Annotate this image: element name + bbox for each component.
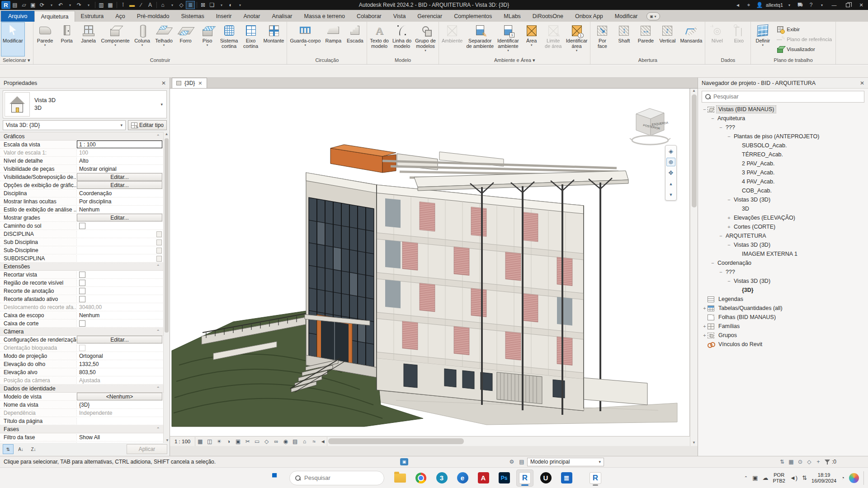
ribbon-button[interactable]: Forro: [175, 22, 197, 56]
close-button[interactable]: ✕: [854, 0, 868, 10]
property-row[interactable]: Orientação bloqueada: [0, 344, 164, 352]
scrollbar-thumb[interactable]: [692, 94, 697, 207]
edge-icon[interactable]: e: [454, 469, 471, 487]
ribbon-button[interactable]: Identificar área ▾: [564, 22, 590, 56]
chrome-icon[interactable]: [412, 469, 429, 487]
analytical-model-icon[interactable]: ⌂: [300, 437, 309, 446]
drawing-canvas[interactable]: POSTERIOR ESQUERDA ◈ ⊕ ✥ ▲ ▼ 1 : 100 ▦◫☀…: [170, 89, 690, 446]
divider[interactable]: [195, 1, 198, 9]
divider[interactable]: [115, 1, 118, 9]
crop-view-icon[interactable]: ✂: [243, 437, 252, 446]
property-value[interactable]: 1332,50: [77, 360, 164, 368]
unlocked-3d-view-icon[interactable]: ◇: [262, 437, 271, 446]
word-icon[interactable]: ≣: [558, 469, 575, 487]
property-row[interactable]: DISCIPLINA: [0, 230, 164, 238]
worksets-icon[interactable]: ⚙: [507, 458, 516, 466]
file-explorer-icon[interactable]: [392, 469, 409, 487]
sort-descending-button[interactable]: Z↓: [28, 444, 39, 454]
property-value[interactable]: 30480,00: [77, 303, 164, 311]
tree-item[interactable]: 4 PAV_Acab.: [698, 177, 868, 186]
property-value[interactable]: Editar...: [77, 181, 162, 189]
property-value[interactable]: [77, 222, 164, 230]
ribbon-button[interactable]: Texto do modelo: [368, 22, 391, 56]
tree-item[interactable]: − Plantas de piso (ANTEPROJETO): [698, 132, 868, 141]
sync-with-central-icon[interactable]: ⟳: [38, 1, 47, 9]
displacement-sets-icon[interactable]: ≈: [309, 437, 319, 446]
tree-item[interactable]: COB_Acab.: [698, 186, 868, 195]
tree-expander[interactable]: +: [726, 215, 732, 221]
property-value[interactable]: [77, 319, 164, 327]
language-indicator[interactable]: PORPTB2: [773, 472, 785, 484]
ribbon-group-label[interactable]: Plano de trabalho: [751, 56, 835, 64]
property-value[interactable]: Por disciplina: [77, 197, 164, 205]
tree-expander[interactable]: +: [726, 224, 732, 230]
select-links-toggle[interactable]: ⇅: [778, 458, 787, 466]
tree-item[interactable]: − Vistas 3D (3D): [698, 277, 868, 286]
sun-path-icon[interactable]: ☀: [214, 437, 224, 446]
ribbon-tab[interactable]: Complementos: [448, 11, 498, 22]
customize-qat-icon[interactable]: ▾: [236, 1, 245, 9]
ribbon-tab[interactable]: Massa e terreno: [298, 11, 351, 22]
property-row[interactable]: Posição da câmera Ajustada: [0, 376, 164, 385]
section-collapse-icon[interactable]: ⌃: [156, 329, 160, 334]
scrollbar-thumb[interactable]: [328, 438, 464, 444]
tree-expander[interactable]: +: [702, 333, 708, 338]
ribbon-tab[interactable]: Vista: [387, 11, 412, 22]
property-row[interactable]: Elevação alvo 803,50: [0, 368, 164, 376]
property-value[interactable]: [77, 271, 164, 278]
ribbon-button[interactable]: Janela: [78, 22, 99, 56]
property-value[interactable]: Nenhum: [77, 311, 164, 319]
undo-icon[interactable]: ↶: [56, 1, 65, 9]
tree-item[interactable]: 2 PAV_Acab.: [698, 159, 868, 168]
section-collapse-icon[interactable]: ⌃: [156, 264, 160, 269]
filter-icon[interactable]: [824, 459, 830, 465]
ribbon-button[interactable]: Vertical: [656, 22, 678, 56]
property-value[interactable]: [77, 246, 164, 254]
ribbon-button[interactable]: Por face: [591, 22, 613, 56]
section-collapse-icon[interactable]: ⌃: [156, 427, 160, 432]
close-browser-icon[interactable]: ✕: [860, 80, 864, 86]
select-by-face-toggle[interactable]: ◇: [805, 458, 814, 466]
ribbon-button[interactable]: Escada: [344, 22, 366, 56]
notifications-bell-icon[interactable]: ◔: [841, 474, 844, 481]
tree-item[interactable]: + Elevações (ELEVAÇÃO): [698, 213, 868, 222]
render-gallery-icon[interactable]: ◐: [226, 1, 235, 9]
ribbon-button[interactable]: Nível: [706, 22, 728, 56]
search-binoculars-icon[interactable]: ⌖: [743, 0, 754, 9]
property-row[interactable]: Fases ⌃: [0, 425, 164, 433]
tree-item[interactable]: Legendas: [698, 295, 868, 304]
scrollbar-thumb[interactable]: [165, 138, 169, 333]
tree-expander[interactable]: −: [702, 107, 708, 112]
property-row[interactable]: Mostrar grades Editar...: [0, 214, 164, 222]
property-value[interactable]: Editar...: [77, 214, 162, 221]
tree-expander[interactable]: −: [718, 125, 724, 130]
ribbon-group-label[interactable]: Circulação: [287, 56, 367, 64]
ribbon-button[interactable]: Ambiente: [440, 22, 464, 56]
property-value[interactable]: 100: [77, 149, 164, 156]
ribbon-state-toggle-icon[interactable]: ▣ ▾: [646, 12, 660, 20]
property-row[interactable]: Dados de identidade ⌃: [0, 385, 164, 393]
property-row[interactable]: Modo de projeção Ortogonal: [0, 352, 164, 360]
zoom-icon[interactable]: ⊕: [666, 158, 675, 166]
property-row[interactable]: Gráficos ⌃: [0, 132, 164, 141]
help-dropdown-icon[interactable]: ▾: [816, 0, 827, 9]
ribbon-button[interactable]: Shaft: [613, 22, 635, 56]
collapse-arrow-icon[interactable]: ◂: [732, 0, 743, 9]
tree-expander[interactable]: −: [710, 260, 716, 266]
ribbon-button[interactable]: Mansarda: [678, 22, 704, 56]
username[interactable]: allextq1: [766, 2, 783, 8]
detail-level-icon[interactable]: ▦: [195, 437, 205, 446]
save-icon[interactable]: ▣: [28, 1, 38, 9]
ribbon-tab[interactable]: Pré-moldado: [131, 11, 175, 22]
drag-on-selection-toggle[interactable]: +: [814, 458, 823, 466]
sort-ascending-button[interactable]: A↓: [15, 444, 26, 454]
ribbon-group-label[interactable]: Modelo: [367, 56, 439, 64]
tree-item[interactable]: − ???: [698, 123, 868, 132]
property-value[interactable]: <Nenhum>: [77, 393, 162, 400]
security-shield-icon[interactable]: ▣: [752, 474, 758, 481]
apply-button[interactable]: Aplicar: [127, 444, 167, 454]
ribbon-small-button[interactable]: Visualizador: [776, 45, 832, 54]
ribbon-tab[interactable]: Sistemas: [175, 11, 210, 22]
tree-expander[interactable]: −: [726, 278, 732, 284]
property-row[interactable]: Modelo de vista <Nenhum>: [0, 393, 164, 401]
